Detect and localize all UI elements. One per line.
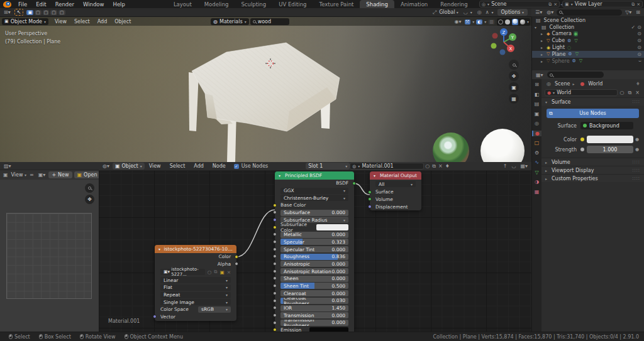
use-nodes-checkbox[interactable]: ✓ Use Nodes [234,163,269,169]
modifier-icon[interactable]: ⚙ [567,38,572,43]
bsdf-socket[interactable] [352,181,356,185]
scene-selector[interactable]: ◎ ▾ Scene ⧉ × [479,1,560,8]
properties-tab-object-data[interactable]: ▽ [532,170,541,175]
surface-panel-header[interactable]: ▾Surface ∷∷ [541,97,644,106]
clearcoat-roughness-slider[interactable]: Clearcoat Roughness0.030 [280,298,348,304]
shader-editor[interactable]: ◍▾ ▣ Object▾ ViewSelectAddNode ✓ Use Nod… [99,162,531,332]
outliner-item-plane[interactable]: ▸▽Plane⚙▽⊙ [532,51,644,58]
tab-rendering[interactable]: Rendering [434,0,474,8]
outliner-options-icon[interactable]: ⊞ [635,9,641,15]
filter-icon[interactable]: ▽▾ [624,9,633,15]
node-header[interactable]: ▾ Material Output [370,171,421,180]
properties-tab-world[interactable]: ● [532,131,541,136]
tab-shading[interactable]: Shading [360,0,394,8]
anisotropic-rotation-slider[interactable]: Anisotropic Rotation0.000 [280,268,348,274]
ior-slider[interactable]: IOR1.450 [280,305,348,311]
viewport-pan-button[interactable]: ✥ [509,71,519,81]
mesh-data-icon[interactable]: ▽ [575,51,579,57]
expand-icon[interactable]: ▾ [535,25,538,30]
app-menu-file[interactable]: File [14,1,31,8]
outliner-scene-icon[interactable]: ◍▾ [545,9,555,15]
pin-icon[interactable]: ♦ [636,81,640,87]
properties-tab-material[interactable]: ◑ [532,179,541,185]
navigation-gizmo[interactable]: Z Y X [487,26,520,58]
magnet-icon[interactable]: ◡ [510,163,517,169]
checkbox-icon[interactable]: ✓ [631,24,636,30]
anisotropic-slider[interactable]: Anisotropic0.000 [280,261,348,267]
mode-dropdown[interactable]: ▣ Object Mode▾ [2,18,48,25]
custom-properties-panel-header[interactable]: ▸Custom Properties∷∷ [541,174,644,182]
material-search[interactable] [250,18,289,25]
snap-toggle[interactable]: ◡▾ [462,9,472,15]
anisotropic-socket[interactable] [273,262,277,266]
target-select[interactable]: All▾ [375,181,416,187]
colorspace-select[interactable]: sRGB▾ [198,306,231,313]
surface-shader-field[interactable]: Background [580,122,633,129]
viewport-camera-button[interactable]: ▣ [509,82,519,92]
volume-panel-header[interactable]: ▸Volume∷∷ [541,158,644,166]
properties-tab-object[interactable]: □ [532,140,541,146]
transmission-roughness-socket[interactable] [273,321,277,325]
node-header[interactable]: ▾ istockphoto-522730476-1024x1024-1.j [155,245,236,253]
eye-open-icon[interactable]: ⊙ [637,51,641,57]
rendered-shading-icon[interactable] [520,19,525,24]
emission-swatch[interactable] [309,327,348,332]
repeat-select[interactable]: Repeat▾ [160,292,231,298]
metallic-socket[interactable] [273,232,277,236]
app-menu-window[interactable]: Window [79,1,109,8]
overlays-toggle-icon[interactable]: ◐ [476,19,482,24]
subsurface-socket[interactable] [273,210,277,214]
select-mode-invert-icon[interactable]: ▢ [50,10,57,15]
anisotropic-rotation-socket[interactable] [273,269,277,273]
solid-shading-icon[interactable] [505,19,510,24]
gizmos-toggle-icon[interactable]: ⤱ [465,19,471,24]
tab-sculpting[interactable]: Sculpting [235,0,272,8]
tab-modeling[interactable]: Modeling [198,0,235,8]
editor-type-icon[interactable]: ◍▾ [101,163,111,169]
copy-icon[interactable]: ⧉ [431,163,437,170]
viewport-menu-add[interactable]: Add [94,19,111,24]
mesh-data-icon[interactable]: ▽ [579,58,583,63]
shield-icon[interactable]: ○ [424,163,431,169]
app-menu-render[interactable]: Render [51,1,79,8]
eye-open-icon[interactable]: ⊙ [637,38,641,43]
roughness-socket[interactable] [273,254,277,258]
folder-icon[interactable]: ▣ [220,269,225,275]
emission-socket[interactable] [273,328,277,332]
displacement-socket[interactable] [368,205,372,208]
collection-row[interactable]: ▾ ▤ Collection ✓ ⊙ [532,24,644,31]
mesh-data-icon[interactable]: ▽ [574,38,578,43]
principled-bsdf-node[interactable]: ▾ Principled BSDF BSDF GGX▾ Christensen-… [275,171,354,332]
copy-icon[interactable]: ⧉ [548,2,552,7]
menu-icon[interactable]: ≡ [28,172,35,178]
sheen-slider[interactable]: Sheen0.000 [280,276,348,282]
transmission-roughness-slider[interactable]: Transmission Roughness0.000 [280,320,348,326]
sheen-tint-socket[interactable] [273,284,277,288]
image-datablock-row[interactable]: ▣▾ istockphoto-5227... ○ ⧉ ▣ × [155,268,236,276]
node-header[interactable]: ▾ Principled BSDF [275,171,354,180]
editor-type-icon[interactable]: ▨▾ [3,163,13,169]
vector-socket[interactable] [153,315,157,318]
tab-texture-paint[interactable]: Texture Paint [313,0,360,8]
subsurface-color-swatch[interactable] [316,224,348,230]
active-tool-select-box[interactable]: ↖ [14,9,24,16]
pivot-point-icon[interactable]: ◉▾ [453,19,463,24]
subsurface-method-select[interactable]: Christensen-Burley▾ [280,195,348,201]
clearcoat-socket[interactable] [273,291,277,295]
image-editor-canvas[interactable] [6,213,92,299]
image-editor[interactable]: ▨▾ ▣ View ▾ ≡ ▣▾ +New ▣Open ♦ ✥ [0,162,99,332]
eye-icon[interactable]: ⊙ [637,24,641,30]
viewport-menu-select[interactable]: Select [70,19,94,24]
camera-data-icon[interactable]: ◆ [574,31,578,36]
sheen-socket[interactable] [273,276,277,280]
surface-socket[interactable] [368,190,372,194]
shader-menu-select[interactable]: Select [165,163,190,169]
tab-layout[interactable]: Layout [167,0,198,8]
slot-dropdown[interactable]: Slot 1▾ [306,163,350,170]
modifier-icon[interactable]: ⚙ [572,58,577,63]
open-image-button[interactable]: ▣Open [74,171,99,178]
select-mode-subtract-icon[interactable]: ▢ [43,10,50,15]
material-search-input[interactable] [258,19,283,24]
shader-menu-node[interactable]: Node [208,163,230,169]
wireframe-shading-icon[interactable] [498,19,503,24]
